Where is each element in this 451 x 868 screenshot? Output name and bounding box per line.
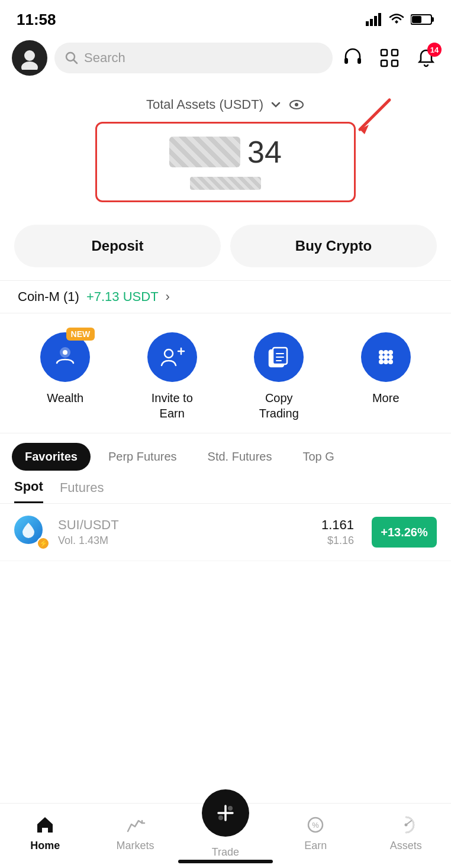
svg-point-46 <box>404 824 407 827</box>
sub-tabs: Spot Futures <box>0 473 451 504</box>
notification-badge: 14 <box>427 43 442 57</box>
search-bar[interactable]: Search <box>54 43 333 73</box>
svg-point-32 <box>384 350 388 355</box>
svg-rect-12 <box>357 58 361 64</box>
feature-copy[interactable]: Copy Trading <box>240 332 317 421</box>
status-icons <box>366 13 434 26</box>
wifi-icon <box>388 13 405 26</box>
feature-wealth[interactable]: NEW Wealth <box>27 332 104 421</box>
red-arrow-annotation <box>342 94 395 147</box>
markets-icon <box>124 814 147 836</box>
features-grid: NEW Wealth Invite to Earn <box>0 316 451 433</box>
svg-point-39 <box>388 359 393 364</box>
svg-point-38 <box>384 359 388 364</box>
header: Search 14 <box>0 35 451 83</box>
sub-tab-spot[interactable]: Spot <box>14 479 43 503</box>
nav-earn-label: Earn <box>304 840 327 852</box>
header-icons: 14 <box>340 45 439 71</box>
coin-change: +13.26% <box>372 517 437 548</box>
battery-icon <box>411 14 434 25</box>
assets-number: 34 <box>111 134 340 170</box>
nav-assets-label: Assets <box>390 840 422 852</box>
svg-text:%: % <box>313 821 320 830</box>
svg-rect-27 <box>273 348 287 364</box>
coin-badge: ⚡ <box>37 537 50 550</box>
sub-tab-futures[interactable]: Futures <box>60 479 104 503</box>
svg-point-36 <box>388 355 393 359</box>
nav-earn[interactable]: % Earn <box>283 814 348 852</box>
nav-home[interactable]: Home <box>12 814 78 852</box>
buy-crypto-button[interactable]: Buy Crypto <box>230 225 437 267</box>
assets-icon <box>395 814 417 836</box>
search-placeholder: Search <box>84 50 125 66</box>
search-icon <box>65 51 78 64</box>
svg-rect-1 <box>370 19 373 26</box>
notification-icon[interactable]: 14 <box>413 45 439 71</box>
invite-label: Invite to Earn <box>152 390 193 421</box>
assets-value-box: 34 <box>95 122 356 202</box>
nav-markets[interactable]: Markets <box>103 814 168 852</box>
deposit-button[interactable]: Deposit <box>14 225 221 267</box>
coin-info: SUI/USDT Vol. 1.43M <box>58 517 311 547</box>
nav-trade[interactable]: Trade <box>193 789 258 859</box>
coinm-banner[interactable]: Coin-M (1) +7.13 USDT › <box>0 280 451 313</box>
copy-label: Copy Trading <box>259 390 299 421</box>
tab-std-futures[interactable]: Std. Futures <box>195 443 285 471</box>
headset-icon[interactable] <box>340 45 366 71</box>
dropdown-icon[interactable] <box>269 98 282 111</box>
coinm-value: +7.13 USDT <box>86 289 159 305</box>
svg-rect-14 <box>392 50 398 56</box>
assets-sub-amount <box>190 177 261 190</box>
trade-button[interactable] <box>202 789 249 837</box>
nav-trade-label: Trade <box>212 846 239 859</box>
action-buttons: Deposit Buy Crypto <box>0 214 451 278</box>
coin-price: 1.161 <box>321 517 354 533</box>
svg-point-33 <box>388 350 393 355</box>
wealth-label: Wealth <box>47 390 83 406</box>
eye-icon[interactable] <box>288 98 305 111</box>
nav-assets[interactable]: Assets <box>373 814 439 852</box>
status-time: 11:58 <box>17 11 56 29</box>
home-icon <box>34 814 56 836</box>
svg-point-22 <box>63 350 67 355</box>
home-indicator <box>178 860 273 863</box>
tab-favorites[interactable]: Favorites <box>12 443 91 471</box>
svg-point-7 <box>24 50 35 61</box>
svg-rect-0 <box>366 21 369 26</box>
coin-icon: ⚡ <box>14 516 47 549</box>
svg-point-34 <box>379 355 384 359</box>
more-label: More <box>372 390 400 406</box>
nav-markets-label: Markets <box>117 840 154 852</box>
assets-digits: 34 <box>247 134 282 170</box>
tab-top-g[interactable]: Top G <box>289 443 347 471</box>
avatar[interactable] <box>12 40 47 76</box>
coin-row[interactable]: ⚡ SUI/USDT Vol. 1.43M 1.161 $1.16 +13.26… <box>0 504 451 561</box>
scan-icon[interactable] <box>376 45 402 71</box>
assets-section: Total Assets (USDT) 34 <box>0 83 451 214</box>
market-tabs: Favorites Perp Futures Std. Futures Top … <box>0 433 451 473</box>
bottom-nav: Home Markets Trade % Ear <box>0 803 451 868</box>
tab-perp-futures[interactable]: Perp Futures <box>95 443 190 471</box>
svg-rect-16 <box>392 60 398 66</box>
svg-rect-15 <box>381 60 387 66</box>
svg-rect-13 <box>381 50 387 56</box>
coinm-arrow: › <box>166 289 170 305</box>
coin-usd-price: $1.16 <box>321 535 354 547</box>
svg-rect-2 <box>374 16 377 26</box>
feature-invite[interactable]: Invite to Earn <box>134 332 211 421</box>
svg-point-43 <box>218 815 223 820</box>
feature-more[interactable]: More <box>347 332 424 421</box>
svg-point-37 <box>379 359 384 364</box>
coin-price-wrap: 1.161 $1.16 <box>321 517 354 547</box>
svg-line-10 <box>73 60 77 63</box>
svg-point-42 <box>228 806 233 811</box>
coinm-label: Coin-M (1) <box>18 289 79 305</box>
signal-icon <box>366 13 382 26</box>
status-bar: 11:58 <box>0 0 451 35</box>
svg-point-8 <box>21 61 38 70</box>
svg-point-31 <box>379 350 384 355</box>
svg-rect-11 <box>344 58 348 64</box>
svg-point-23 <box>165 349 173 358</box>
earn-icon: % <box>304 814 327 836</box>
new-badge: NEW <box>66 328 95 341</box>
